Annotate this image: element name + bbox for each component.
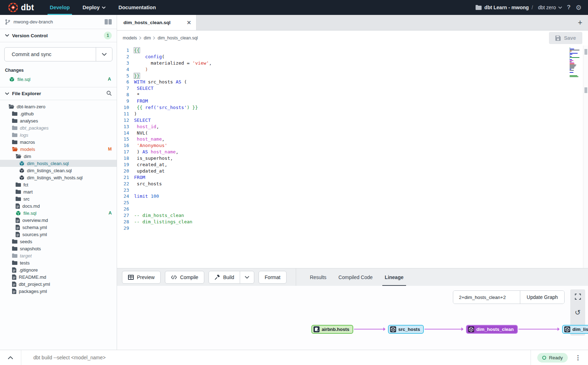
- file-tree-item-dim_listings_clean.sql[interactable]: dim_listings_clean.sql: [0, 167, 117, 174]
- editor-scrollbar[interactable]: [583, 45, 588, 268]
- editor-tab-active[interactable]: dim_hosts_clean.sql ✕: [117, 15, 196, 30]
- lineage-node-dim_listings_with_hosts[interactable]: dim_listings_with_hosts: [562, 325, 588, 334]
- file-tree-item-sources.yml[interactable]: sources.yml: [0, 231, 117, 238]
- kebab-menu-icon[interactable]: ⋮: [575, 354, 581, 361]
- code-line[interactable]: 1{{: [117, 47, 583, 54]
- build-button[interactable]: Build: [209, 271, 240, 283]
- code-line[interactable]: 16 'Anonymous': [117, 142, 583, 149]
- command-input[interactable]: [21, 355, 531, 360]
- code-line[interactable]: 23: [117, 187, 583, 194]
- lineage-node-src_hosts[interactable]: src_hosts: [388, 325, 424, 334]
- expand-command-panel-button[interactable]: [0, 350, 21, 365]
- file-tree-item-analyses[interactable]: analyses: [0, 117, 117, 124]
- file-tree-item-.gitignore[interactable]: .gitignore: [0, 266, 117, 273]
- file-tree-item-seeds[interactable]: seeds: [0, 238, 117, 245]
- save-button[interactable]: Save: [549, 32, 582, 44]
- environment-selector[interactable]: dbt zero: [538, 5, 562, 10]
- project-switcher[interactable]: dbt Learn - mwong /: [476, 5, 533, 10]
- code-line[interactable]: 20 updated_at: [117, 168, 583, 174]
- close-tab-icon[interactable]: ✕: [187, 20, 191, 26]
- code-line[interactable]: 3 materialized = 'view',: [117, 60, 583, 66]
- file-tree-item-dim_listings_with_hosts.sql[interactable]: dim_listings_with_hosts.sql: [0, 174, 117, 181]
- code-line[interactable]: 2 config(: [117, 54, 583, 60]
- file-tree-label: macros: [20, 140, 35, 145]
- minimap[interactable]: [570, 48, 580, 78]
- line-number: 12: [117, 117, 134, 124]
- file-tree-item-target[interactable]: target: [0, 252, 117, 259]
- file-explorer-header[interactable]: File Explorer: [0, 87, 117, 100]
- tab-lineage[interactable]: Lineage: [379, 268, 410, 286]
- commit-and-sync-button[interactable]: Commit and sync: [5, 48, 96, 61]
- breadcrumb-file[interactable]: dim_hosts_clean.sql: [157, 36, 198, 40]
- code-line[interactable]: 15 host_name,: [117, 136, 583, 142]
- code-line[interactable]: 8 *: [117, 92, 583, 98]
- file-tree-item-.github[interactable]: .github: [0, 110, 117, 117]
- changed-file-file.sql[interactable]: file.sql A: [4, 75, 112, 83]
- file-tree-item-schema.yml[interactable]: schema.yml: [0, 224, 117, 231]
- code-editor[interactable]: 1{{2 config(3 materialized = 'view',4 )5…: [117, 45, 588, 268]
- code-line[interactable]: 21FROM: [117, 174, 583, 181]
- lineage-node-airbnb.hosts[interactable]: airbnb.hosts: [311, 325, 353, 334]
- code-line[interactable]: 4 ): [117, 66, 583, 73]
- file-tree-item-dbt_project.yml[interactable]: dbt_project.yml: [0, 280, 117, 288]
- code-line[interactable]: 28-- dim_listings_clean: [117, 219, 583, 225]
- code-line[interactable]: 13 host_id,: [117, 124, 583, 130]
- line-number: 21: [117, 174, 134, 181]
- nav-develop[interactable]: Develop: [43, 0, 76, 15]
- code-line[interactable]: 11): [117, 111, 583, 117]
- file-tree-item-dbt-learn-zero[interactable]: dbt-learn-zero: [0, 103, 117, 110]
- file-tree-item-src[interactable]: src: [0, 195, 117, 202]
- code-line[interactable]: 10 {{ ref('src_hosts') }}: [117, 104, 583, 111]
- preview-button[interactable]: Preview: [122, 271, 161, 284]
- nav-deploy[interactable]: Deploy: [76, 0, 112, 15]
- format-button[interactable]: Format: [259, 271, 286, 284]
- code-line[interactable]: 17 ) AS host_name,: [117, 149, 583, 155]
- code-line[interactable]: 26: [117, 206, 583, 212]
- code-line[interactable]: 7 SELECT: [117, 85, 583, 92]
- file-tree-item-dbt_packages[interactable]: dbt_packages: [0, 124, 117, 131]
- file-tree-item-fct[interactable]: fct: [0, 181, 117, 188]
- code-line[interactable]: 19 created_at,: [117, 162, 583, 168]
- file-tree-item-models[interactable]: modelsM: [0, 146, 117, 153]
- file-tree-item-logs[interactable]: logs: [0, 131, 117, 138]
- file-tree-item-overview.md[interactable]: overview.md: [0, 217, 117, 224]
- code-line[interactable]: 14 NVL(: [117, 130, 583, 136]
- build-options-caret[interactable]: [240, 271, 254, 283]
- code-line[interactable]: 6WITH src_hosts AS (: [117, 79, 583, 85]
- file-search-icon[interactable]: [106, 91, 112, 97]
- new-tab-button[interactable]: +: [572, 18, 588, 27]
- file-tree-item-snapshots[interactable]: snapshots: [0, 245, 117, 252]
- code-line[interactable]: 22 src_hosts: [117, 181, 583, 187]
- lineage-node-dim_hosts_clean[interactable]: dim_hosts_clean: [466, 325, 518, 334]
- branch-row[interactable]: mwong-dev-branch: [0, 15, 117, 29]
- code-line[interactable]: 27-- dim_hosts_clean: [117, 212, 583, 219]
- tab-compiled-code[interactable]: Compiled Code: [332, 268, 379, 286]
- help-icon[interactable]: ?: [567, 4, 571, 11]
- breadcrumb-models[interactable]: models: [123, 36, 137, 40]
- file-tree-item-packages.yml[interactable]: packages.yml: [0, 288, 117, 295]
- code-line[interactable]: 29: [117, 225, 583, 231]
- code-line[interactable]: 25: [117, 200, 583, 206]
- code-line[interactable]: 18 is_superhost,: [117, 155, 583, 162]
- dbt-logo[interactable]: dbt: [0, 0, 43, 15]
- file-tree-item-file.sql[interactable]: file.sqlA: [0, 209, 117, 217]
- file-tree-item-macros[interactable]: macros: [0, 138, 117, 146]
- file-tree-item-dim[interactable]: dim: [0, 153, 117, 160]
- code-line[interactable]: 24limit 100: [117, 193, 583, 200]
- tab-results[interactable]: Results: [304, 268, 333, 286]
- nav-documentation[interactable]: Documentation: [112, 0, 162, 15]
- version-control-header[interactable]: Version Control 1: [0, 29, 117, 42]
- file-tree-item-mart[interactable]: mart: [0, 188, 117, 195]
- docs-book-icon[interactable]: [105, 19, 112, 24]
- code-line[interactable]: 9 FROM: [117, 98, 583, 104]
- breadcrumb-dim[interactable]: dim: [144, 36, 151, 40]
- file-tree-item-tests[interactable]: tests: [0, 259, 117, 266]
- file-tree-item-docs.md[interactable]: docs.md: [0, 202, 117, 209]
- code-line[interactable]: 5}}: [117, 73, 583, 79]
- file-tree-item-README.md[interactable]: README.md: [0, 273, 117, 280]
- compile-button[interactable]: Compile: [165, 271, 204, 284]
- code-line[interactable]: 12SELECT: [117, 117, 583, 124]
- settings-gear-icon[interactable]: ⚙: [576, 4, 582, 12]
- file-tree-item-dim_hosts_clean.sql[interactable]: dim_hosts_clean.sql: [0, 160, 117, 167]
- commit-options-caret[interactable]: [96, 48, 112, 61]
